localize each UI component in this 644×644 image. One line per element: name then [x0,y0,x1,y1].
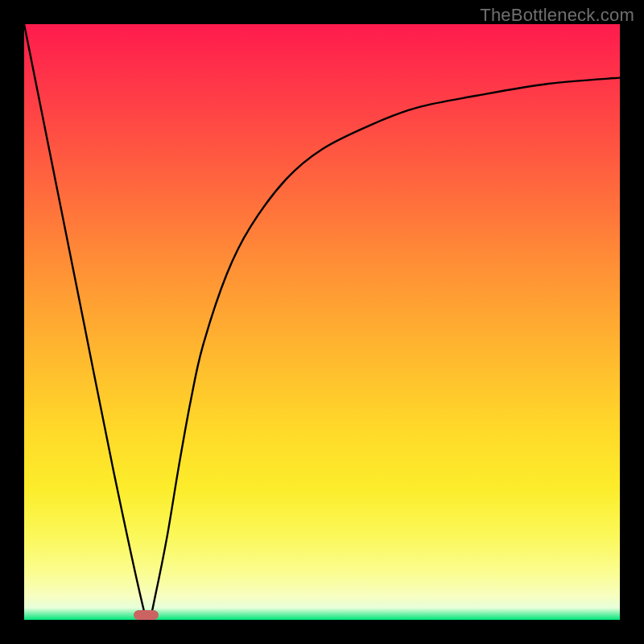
min-marker [134,610,159,620]
chart-frame: TheBottleneck.com [0,0,644,644]
plot-area [24,24,620,620]
watermark-text: TheBottleneck.com [480,5,634,26]
bottleneck-curve [24,24,620,620]
